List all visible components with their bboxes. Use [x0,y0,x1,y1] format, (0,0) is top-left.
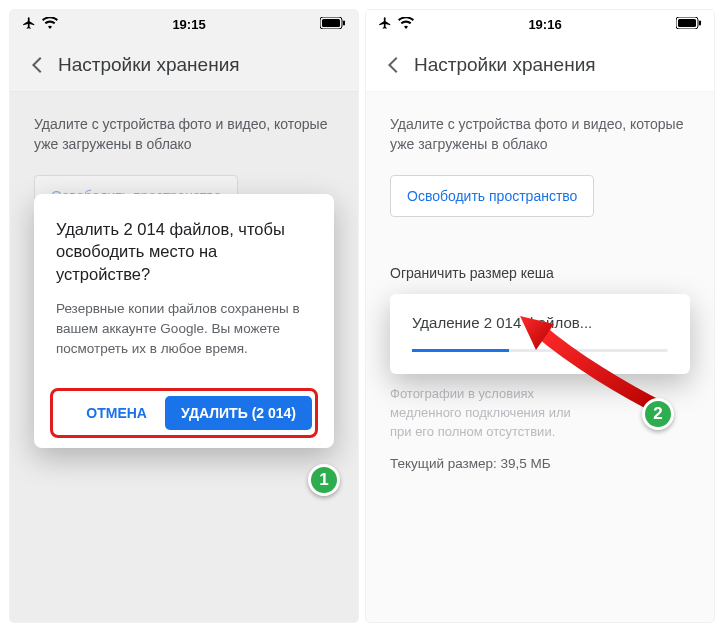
progress-text: Удаление 2 014 файлов... [412,314,668,331]
current-cache-size: Текущий размер: 39,5 МБ [390,454,690,474]
header: Настройки хранения [366,38,714,92]
dialog-title: Удалить 2 014 файлов, чтобы освободить м… [56,218,312,285]
confirm-dialog: Удалить 2 014 файлов, чтобы освободить м… [34,194,334,448]
airplane-mode-icon [378,16,392,33]
annotation-badge-2: 2 [642,398,674,430]
svg-rect-5 [699,20,701,25]
status-bar: 19:16 [366,10,714,38]
svg-rect-4 [678,19,696,27]
progress-bar [412,349,668,352]
back-button[interactable] [374,45,414,85]
page-title: Настройки хранения [414,54,596,76]
free-up-space-button[interactable]: Освободить пространство [390,175,594,217]
cancel-button[interactable]: ОТМЕНА [78,397,155,429]
progress-dialog: Удаление 2 014 файлов... [390,294,690,374]
status-time: 19:16 [528,17,561,32]
battery-icon [676,17,702,32]
annotation-badge-1: 1 [308,464,340,496]
phone-right: 19:16 Настройки хранения Удалите с устро… [366,10,714,622]
dialog-body: Резервные копии файлов сохранены в вашем… [56,299,312,360]
wifi-icon [398,17,414,32]
progress-bar-fill [412,349,509,352]
delete-confirm-button[interactable]: УДАЛИТЬ (2 014) [165,396,312,430]
phone-left: 19:15 Настройки хранения Удалите с устро… [10,10,358,622]
cache-section-title: Ограничить размер кеша [390,263,690,283]
description-text: Удалите с устройства фото и видео, котор… [390,114,690,155]
